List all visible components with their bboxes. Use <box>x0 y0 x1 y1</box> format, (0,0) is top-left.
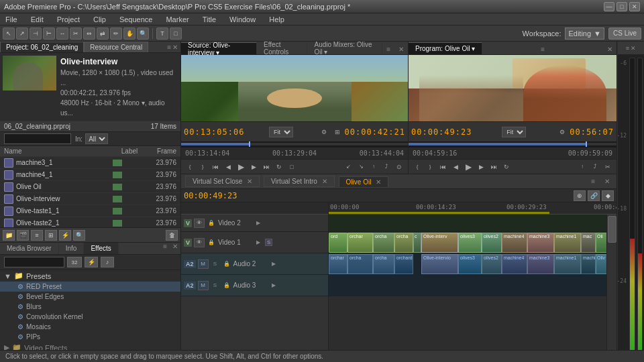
a2-clip-orcha2[interactable]: orcha <box>373 254 394 274</box>
minimize-button[interactable]: — <box>604 2 614 11</box>
list-item[interactable]: machine4_1 23.976 <box>0 169 180 181</box>
info-tab[interactable]: Info <box>59 243 85 254</box>
source-btn-goto-out[interactable]: ⏭ <box>260 161 272 173</box>
audio-mixer-tab[interactable]: Audio Mixers: Olive Oil ▾ <box>307 42 382 54</box>
menu-sequence[interactable]: Sequence <box>117 15 156 24</box>
program-fit-dropdown[interactable]: Fit <box>502 127 526 137</box>
a3-menu[interactable]: ▶ <box>269 281 278 290</box>
source-btn-match-frame[interactable]: ⊙ <box>393 161 405 173</box>
a2-clip-orcha1[interactable]: orcha <box>347 254 373 274</box>
a2-clip-olive-intervio[interactable]: Olive-intervio <box>421 254 458 274</box>
program-panel-close[interactable]: ✕ <box>603 44 616 54</box>
v1-menu[interactable]: ▶ <box>254 238 263 247</box>
presets-folder[interactable]: ▼ 📁 Presets <box>0 270 180 282</box>
panel-menu-icon[interactable]: ≡ <box>167 44 171 51</box>
source-btn-extract[interactable]: ⤴ <box>380 161 392 173</box>
source-monitor-tab[interactable]: Source: Olive-interview ▾ <box>181 42 257 54</box>
program-btn-lift[interactable]: ↑ <box>576 161 588 173</box>
source-btn-step-back[interactable]: ◀ <box>222 161 234 173</box>
a2-clip-machir[interactable]: machir <box>581 254 596 274</box>
a2-clip-olives2[interactable]: olives2 <box>482 254 502 274</box>
timeline-panel-close[interactable]: ✕ <box>602 178 612 185</box>
new-bin-button[interactable]: 📁 <box>3 230 15 241</box>
source-btn-lift[interactable]: ↑ <box>368 161 380 173</box>
a2-clip-machine3[interactable]: machine3 <box>527 254 554 274</box>
bevel-edges-item[interactable]: ⚙ Bevel Edges <box>0 292 180 302</box>
tool-rate-stretch[interactable]: ↔ <box>56 27 68 40</box>
v1-clip-mac[interactable]: mac <box>581 233 596 253</box>
tab-close-3[interactable]: ✕ <box>376 178 381 186</box>
list-view-button[interactable]: ≡ <box>31 230 43 241</box>
source-btn-safe[interactable]: □ <box>286 161 298 173</box>
a2-mute[interactable]: M <box>198 259 209 269</box>
v2-eye[interactable]: 👁 <box>194 219 205 228</box>
mosaics-item[interactable]: ⚙ Mosaics <box>0 322 180 332</box>
tool-slide[interactable]: ⇄ <box>97 27 109 40</box>
v1-lock[interactable]: 🔒 <box>207 238 216 247</box>
program-monitor-tab[interactable]: Program: Olive Oil ▾ <box>409 42 482 54</box>
list-item[interactable]: Olive-taste2_1 23.976 <box>0 217 180 227</box>
v1-eye[interactable]: 👁 <box>194 238 205 247</box>
timeline-panel-menu[interactable]: ≡ <box>588 178 598 185</box>
program-settings-btn[interactable]: ⚙ <box>556 126 568 138</box>
convolution-kernel-item[interactable]: ⚙ Convolution Kernel <box>0 312 180 322</box>
a2-clip-machine1[interactable]: machine1 <box>554 254 581 274</box>
workspace-dropdown[interactable]: Editing ▼ <box>565 27 604 40</box>
tab-close-1[interactable]: ✕ <box>247 178 252 185</box>
list-item[interactable]: Olive-interview 23.976 <box>0 193 180 205</box>
red-preset-item[interactable]: ⚙ RED Preset <box>0 282 180 292</box>
blurs-item[interactable]: ⚙ Blurs <box>0 302 180 312</box>
a2-menu[interactable]: ▶ <box>269 259 278 269</box>
effects-tab[interactable]: Effects <box>84 243 118 254</box>
tab-close-2[interactable]: ✕ <box>322 178 327 185</box>
menu-clip[interactable]: Clip <box>91 15 109 24</box>
tool-zoom[interactable]: 🔍 <box>137 27 149 40</box>
program-panel-menu[interactable]: ≡ <box>537 44 549 54</box>
automate-button[interactable]: ⚡ <box>59 230 71 241</box>
pips-item[interactable]: ⚙ PIPs <box>0 332 180 342</box>
effects-accel-toggle[interactable]: ⚡ <box>85 257 98 267</box>
meters-menu[interactable]: ≡ <box>626 45 629 52</box>
a3-lock[interactable]: 🔒 <box>222 281 231 290</box>
tl-snap-btn[interactable]: ⊕ <box>574 190 586 201</box>
program-btn-mark-in[interactable]: { <box>411 161 423 173</box>
a2-clip-olives3[interactable]: olives3 <box>458 254 482 274</box>
effects-32bit-toggle[interactable]: 32 <box>67 257 82 267</box>
effects-panel-close[interactable]: ✕ <box>170 243 180 254</box>
olive-oil-timeline-tab[interactable]: Olive Oil ✕ <box>339 176 389 187</box>
program-btn-play[interactable]: ▶ <box>462 161 474 173</box>
menu-file[interactable]: File <box>3 15 20 24</box>
v1-clip-machine1[interactable]: machine1 <box>554 233 581 253</box>
work-area-bar[interactable] <box>329 212 549 214</box>
panel-close-icon[interactable]: ✕ <box>172 44 178 51</box>
effects-audio-toggle[interactable]: ♪ <box>101 257 114 267</box>
v1-clip-machine4[interactable]: machine4 <box>502 233 527 253</box>
menu-help[interactable]: Help <box>266 15 287 24</box>
virtual-set-close-tab[interactable]: Virtual Set Close ✕ <box>185 176 260 187</box>
in-dropdown[interactable]: All <box>85 133 108 144</box>
meters-close[interactable]: ✕ <box>631 45 636 52</box>
a2-clip-orchar[interactable]: orchar <box>329 254 347 274</box>
source-panel-menu[interactable]: ≡ <box>382 44 394 54</box>
cs-live-button[interactable]: CS Live <box>608 27 641 40</box>
program-btn-trim-monitor[interactable]: ✂ <box>602 161 614 173</box>
source-progress-bar[interactable] <box>181 141 408 147</box>
menu-project[interactable]: Project <box>54 15 83 24</box>
v1-clip-olives2[interactable]: olives2 <box>482 233 502 253</box>
v1-clip-orcha1[interactable]: orcha <box>373 233 394 253</box>
list-item[interactable]: machine3_1 23.976 <box>0 157 180 169</box>
a3-mute[interactable]: M <box>198 281 209 290</box>
v1-clip-orcha2[interactable]: orcha <box>394 233 413 253</box>
list-item[interactable]: Olive Oil 23.976 <box>0 181 180 193</box>
source-settings-btn[interactable]: ⚙ <box>318 126 330 138</box>
tool-ripple-edit[interactable]: ⊣ <box>30 27 42 40</box>
source-btn-play-stop[interactable]: ▶ <box>235 161 247 173</box>
tool-track-select[interactable]: ↗ <box>16 27 28 40</box>
v1-sync-lock[interactable]: S <box>265 239 272 246</box>
close-button[interactable]: ✕ <box>629 2 640 11</box>
project-tab[interactable]: Project: 06_02_cleaning <box>0 42 84 52</box>
a3-solo[interactable]: S <box>211 281 220 290</box>
maximize-button[interactable]: □ <box>616 2 627 11</box>
v1-clip-olives3[interactable]: olives3 <box>458 233 482 253</box>
source-btn-step-fwd[interactable]: ▶ <box>248 161 260 173</box>
